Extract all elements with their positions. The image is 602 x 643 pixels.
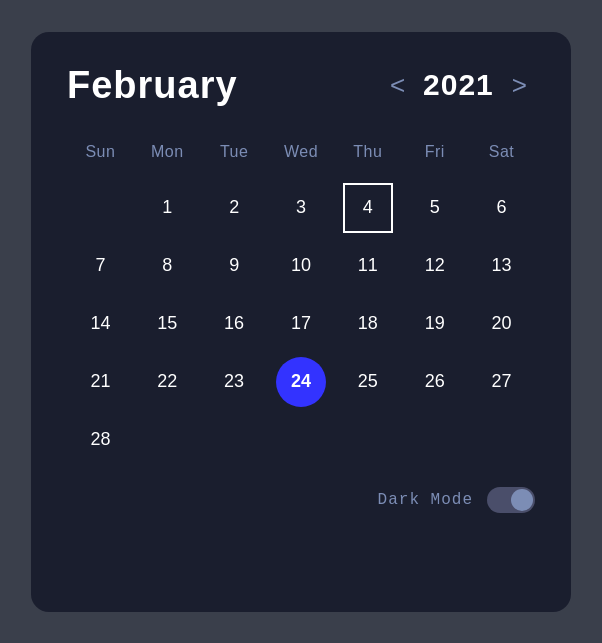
month-title: February — [67, 64, 238, 107]
year-nav: < 2021 > — [382, 68, 535, 102]
day-cell-empty — [134, 411, 201, 469]
year-label: 2021 — [423, 68, 494, 102]
day-cell-10[interactable]: 10 — [268, 237, 335, 295]
day-cell-15[interactable]: 15 — [134, 295, 201, 353]
day-cell-16[interactable]: 16 — [201, 295, 268, 353]
weekday-header-wed: Wed — [268, 135, 335, 179]
today-indicator: 4 — [343, 183, 393, 233]
day-cell-5[interactable]: 5 — [401, 179, 468, 237]
day-cell-2[interactable]: 2 — [201, 179, 268, 237]
prev-month-button[interactable]: < — [382, 68, 413, 102]
day-cell-empty — [201, 411, 268, 469]
day-cell-17[interactable]: 17 — [268, 295, 335, 353]
toggle-knob — [511, 489, 533, 511]
next-month-button[interactable]: > — [504, 68, 535, 102]
weekday-header-fri: Fri — [401, 135, 468, 179]
day-cell-empty — [401, 411, 468, 469]
day-cell-9[interactable]: 9 — [201, 237, 268, 295]
day-cell-27[interactable]: 27 — [468, 353, 535, 411]
day-cell-8[interactable]: 8 — [134, 237, 201, 295]
day-cell-28[interactable]: 28 — [67, 411, 134, 469]
day-cell-3[interactable]: 3 — [268, 179, 335, 237]
calendar-header: February < 2021 > — [67, 64, 535, 107]
day-cell-20[interactable]: 20 — [468, 295, 535, 353]
day-cell-22[interactable]: 22 — [134, 353, 201, 411]
day-cell-6[interactable]: 6 — [468, 179, 535, 237]
day-cell-18[interactable]: 18 — [334, 295, 401, 353]
weekday-header-thu: Thu — [334, 135, 401, 179]
day-cell-empty — [67, 179, 134, 237]
day-cell-21[interactable]: 21 — [67, 353, 134, 411]
day-cell-25[interactable]: 25 — [334, 353, 401, 411]
day-cell-4[interactable]: 4 — [334, 179, 401, 237]
day-cell-empty — [268, 411, 335, 469]
day-cell-empty — [468, 411, 535, 469]
weekday-header-sat: Sat — [468, 135, 535, 179]
day-cell-12[interactable]: 12 — [401, 237, 468, 295]
weekday-header-sun: Sun — [67, 135, 134, 179]
weekday-header-mon: Mon — [134, 135, 201, 179]
day-cell-14[interactable]: 14 — [67, 295, 134, 353]
day-cell-13[interactable]: 13 — [468, 237, 535, 295]
day-cell-26[interactable]: 26 — [401, 353, 468, 411]
day-cell-19[interactable]: 19 — [401, 295, 468, 353]
day-cell-1[interactable]: 1 — [134, 179, 201, 237]
weekday-header-tue: Tue — [201, 135, 268, 179]
day-cell-7[interactable]: 7 — [67, 237, 134, 295]
day-cell-24[interactable]: 24 — [268, 353, 335, 411]
dark-mode-label: Dark Mode — [378, 491, 473, 509]
footer: Dark Mode — [67, 487, 535, 513]
day-cell-empty — [334, 411, 401, 469]
day-cell-23[interactable]: 23 — [201, 353, 268, 411]
calendar-widget: February < 2021 > SunMonTueWedThuFriSat1… — [31, 32, 571, 612]
dark-mode-toggle[interactable] — [487, 487, 535, 513]
day-cell-11[interactable]: 11 — [334, 237, 401, 295]
selected-day-indicator: 24 — [276, 357, 326, 407]
calendar-grid: SunMonTueWedThuFriSat1234567891011121314… — [67, 135, 535, 469]
